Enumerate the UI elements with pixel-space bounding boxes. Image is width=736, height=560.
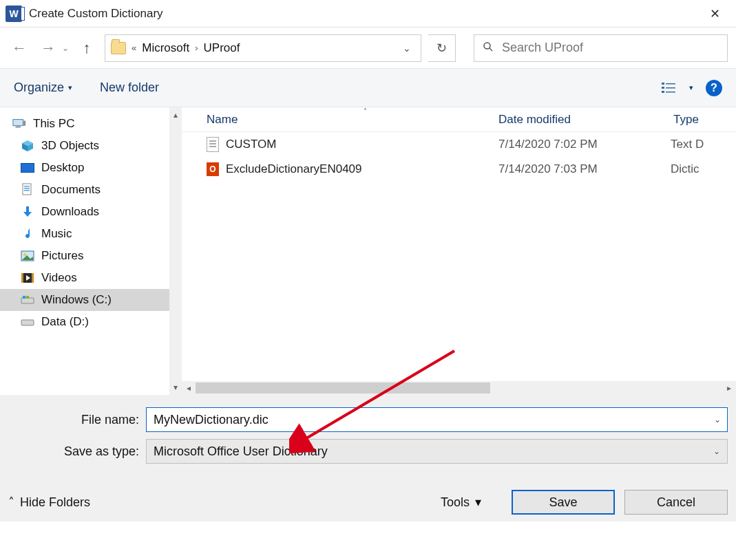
sidebar: This PC 3D Objects Desktop Documents: [0, 107, 182, 395]
column-header-type[interactable]: Type: [671, 113, 736, 127]
tools-button[interactable]: Tools ▾: [441, 495, 481, 510]
cube-icon: [21, 140, 34, 152]
music-icon: [21, 228, 34, 240]
svg-rect-29: [26, 296, 29, 299]
scroll-up-arrow-icon[interactable]: ▴: [174, 110, 178, 120]
tools-label: Tools: [441, 495, 470, 510]
tree-item-desktop[interactable]: Desktop: [0, 157, 169, 179]
help-button[interactable]: ?: [706, 80, 722, 96]
tree-label: Pictures: [41, 249, 83, 263]
svg-rect-6: [662, 91, 664, 93]
recent-locations-button[interactable]: ⌄: [62, 43, 69, 53]
tree-vertical-scrollbar[interactable]: ▴ ▾: [169, 107, 182, 395]
documents-icon: [21, 184, 34, 196]
save-button[interactable]: Save: [512, 490, 615, 515]
window-title: Create Custom Dictionary: [29, 7, 163, 21]
hide-folders-button[interactable]: ˄ Hide Folders: [8, 495, 90, 510]
column-header-date[interactable]: Date modified: [498, 113, 671, 127]
hide-folders-label: Hide Folders: [20, 495, 90, 510]
nav-row: ← → ⌄ ↑ « Microsoft › UProof ⌄ ↻: [0, 28, 736, 69]
new-folder-button[interactable]: New folder: [100, 80, 159, 95]
refresh-button[interactable]: ↻: [428, 34, 456, 62]
file-type: Dictic: [671, 162, 736, 176]
tree-item-3d-objects[interactable]: 3D Objects: [0, 135, 169, 157]
search-box[interactable]: [474, 34, 728, 62]
organize-label: Organize: [14, 80, 64, 95]
tree-label: Desktop: [41, 161, 84, 175]
scroll-right-arrow-icon[interactable]: ▸: [722, 383, 736, 393]
svg-rect-27: [21, 298, 34, 303]
svg-rect-17: [24, 190, 30, 191]
filename-dropdown-button[interactable]: ⌄: [714, 415, 721, 424]
file-horizontal-scrollbar[interactable]: ◂ ▸: [182, 381, 736, 395]
close-button[interactable]: ✕: [700, 3, 730, 24]
breadcrumb-part-1[interactable]: UProof: [204, 41, 240, 55]
chevron-down-icon: ⌄: [713, 446, 720, 456]
address-bar[interactable]: « Microsoft › UProof ⌄: [105, 34, 421, 62]
tree-label: Documents: [41, 183, 101, 197]
svg-point-0: [484, 43, 490, 49]
up-button[interactable]: ↑: [76, 37, 98, 59]
view-options-button[interactable]: [662, 82, 677, 94]
scroll-down-arrow-icon[interactable]: ▾: [174, 383, 178, 392]
sort-indicator-icon: ˄: [207, 107, 523, 115]
titlebar: W Create Custom Dictionary ✕: [0, 0, 736, 28]
tree-label: Data (D:): [41, 315, 89, 329]
search-icon: [483, 41, 494, 55]
svg-rect-24: [21, 273, 23, 283]
tree-label: Windows (C:): [41, 293, 112, 307]
file-name: CUSTOM: [226, 138, 276, 151]
file-row[interactable]: CUSTOM 7/14/2020 7:02 PM Text D: [182, 132, 736, 157]
chevron-down-icon: ▾: [68, 83, 72, 92]
file-rows: CUSTOM 7/14/2020 7:02 PM Text D O Exclud…: [182, 132, 736, 381]
tree-item-documents[interactable]: Documents: [0, 179, 169, 201]
cancel-button[interactable]: Cancel: [624, 490, 728, 515]
scroll-left-arrow-icon[interactable]: ◂: [182, 383, 196, 393]
svg-rect-18: [26, 206, 29, 212]
savetype-combo[interactable]: Microsoft Office User Dictionary ⌄: [146, 439, 728, 464]
tree-label: Music: [41, 227, 72, 241]
view-dropdown-button[interactable]: ▾: [689, 83, 693, 92]
cancel-label: Cancel: [657, 495, 695, 510]
svg-rect-10: [23, 120, 25, 125]
tree-item-pictures[interactable]: Pictures: [0, 245, 169, 267]
desktop-icon: [21, 163, 34, 173]
forward-button[interactable]: →: [37, 37, 59, 59]
tree-item-data-d[interactable]: Data (D:): [0, 311, 169, 333]
svg-rect-16: [24, 188, 30, 189]
new-folder-label: New folder: [100, 80, 159, 95]
breadcrumb-prefix: «: [132, 43, 136, 53]
tree-this-pc[interactable]: This PC: [0, 113, 169, 135]
tree-item-videos[interactable]: Videos: [0, 267, 169, 289]
bottom-panel: File name: ⌄ Save as type: Microsoft Off…: [0, 395, 736, 473]
tree[interactable]: This PC 3D Objects Desktop Documents: [0, 107, 169, 395]
filename-input[interactable]: [146, 407, 728, 432]
search-input[interactable]: [502, 41, 719, 55]
breadcrumb-part-0[interactable]: Microsoft: [142, 41, 189, 55]
svg-rect-2: [662, 83, 664, 85]
tree-item-music[interactable]: Music: [0, 223, 169, 245]
svg-rect-4: [662, 87, 664, 89]
file-name: ExcludeDictionaryEN0409: [226, 162, 362, 176]
tree-item-windows-c[interactable]: Windows (C:): [0, 289, 169, 311]
svg-rect-9: [16, 127, 21, 128]
column-header-name[interactable]: ˄ Name: [182, 113, 498, 127]
drive-icon: [21, 316, 34, 328]
svg-rect-14: [23, 184, 31, 195]
svg-rect-5: [666, 87, 675, 89]
footer: ˄ Hide Folders Tools ▾ Save Cancel: [0, 473, 736, 521]
address-dropdown-button[interactable]: ⌄: [399, 43, 415, 54]
file-row[interactable]: O ExcludeDictionaryEN0409 7/14/2020 7:03…: [182, 157, 736, 182]
file-type: Text D: [671, 138, 736, 151]
tree-item-downloads[interactable]: Downloads: [0, 201, 169, 223]
back-button[interactable]: ←: [8, 37, 30, 59]
svg-rect-25: [32, 273, 34, 283]
save-label: Save: [549, 495, 577, 510]
toolbar: Organize ▾ New folder ▾ ?: [0, 69, 736, 107]
col-label: Type: [673, 113, 699, 126]
savetype-value: Microsoft Office User Dictionary: [154, 444, 328, 459]
scrollbar-thumb[interactable]: [196, 383, 490, 394]
chevron-right-icon[interactable]: ›: [195, 43, 198, 53]
svg-line-1: [490, 48, 492, 51]
organize-button[interactable]: Organize ▾: [14, 80, 72, 95]
